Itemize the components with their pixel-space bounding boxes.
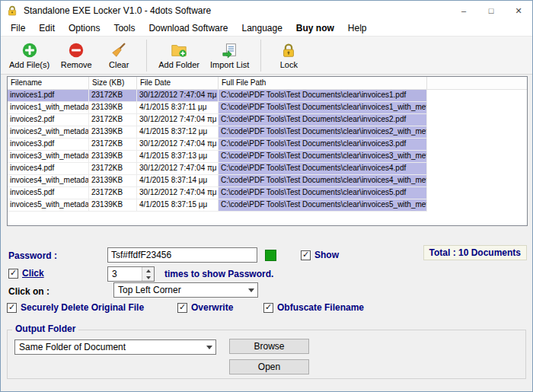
cell-size: 23172KB bbox=[89, 163, 137, 175]
app-icon bbox=[6, 5, 18, 17]
cell-filename: invoices3_with_metadata.pdf bbox=[8, 151, 89, 163]
cell-filename: invoices2.pdf bbox=[8, 114, 89, 126]
click-count-value: 3 bbox=[108, 267, 142, 281]
cell-filename: invoices4_with_metadata.pdf bbox=[8, 175, 89, 187]
spinner-down-button[interactable] bbox=[142, 274, 154, 281]
chevron-down-icon bbox=[244, 283, 257, 297]
table-row[interactable]: invoices2_with_metadata.pdf23139KB4/1/20… bbox=[8, 126, 527, 139]
click-on-label: Click on : bbox=[8, 286, 49, 297]
table-row[interactable]: invoices1_with_metadata.pdf23139KB4/1/20… bbox=[8, 102, 527, 114]
table-row[interactable]: invoices1.pdf23172KB30/12/2012 7:47:04 π… bbox=[8, 90, 527, 102]
titlebar: Standalone EXE Locker V1.0 - 4dots Softw… bbox=[1, 1, 532, 21]
menu-item-options[interactable]: Options bbox=[62, 21, 107, 35]
securely-delete-checkbox[interactable]: Securely Delete Original File bbox=[7, 302, 144, 313]
menu-item-buy-now[interactable]: Buy now bbox=[289, 21, 341, 35]
table-row[interactable]: invoices5_with_metadata.pdf23139KB4/1/20… bbox=[8, 199, 527, 212]
cell-date: 30/12/2012 7:47:04 πμ bbox=[137, 139, 219, 151]
cell-date: 30/12/2012 7:47:04 πμ bbox=[137, 114, 219, 126]
menu-item-tools[interactable]: Tools bbox=[107, 21, 142, 35]
click-on-value: Top Left Corner bbox=[114, 285, 244, 295]
maximize-button[interactable]: □ bbox=[477, 1, 505, 21]
cell-filename: invoices2_with_metadata.pdf bbox=[8, 126, 89, 139]
browse-button[interactable]: Browse bbox=[229, 339, 309, 354]
checkbox-check-icon bbox=[177, 303, 187, 313]
toolbar-button-label: Lock bbox=[280, 60, 298, 69]
table-row[interactable]: invoices3.pdf23172KB30/12/2012 7:47:04 π… bbox=[8, 139, 527, 151]
show-password-checkbox[interactable]: Show bbox=[301, 250, 339, 260]
cell-filename: invoices1.pdf bbox=[8, 90, 89, 102]
menu-item-help[interactable]: Help bbox=[341, 21, 374, 35]
toolbar-separator bbox=[146, 40, 147, 72]
toolbar-button-label: Import List bbox=[210, 60, 249, 69]
table-body: invoices1.pdf23172KB30/12/2012 7:47:04 π… bbox=[8, 90, 527, 212]
remove-button[interactable]: Remove bbox=[55, 38, 97, 72]
column-header-size-kb[interactable]: Size (KB) bbox=[89, 77, 137, 89]
cell-date: 4/1/2015 8:37:15 μμ bbox=[137, 199, 219, 212]
close-button[interactable]: ✕ bbox=[505, 1, 532, 21]
add-files-icon bbox=[21, 42, 38, 59]
table-row[interactable]: invoices4.pdf23172KB30/12/2012 7:47:04 π… bbox=[8, 163, 527, 175]
column-header-file-date[interactable]: File Date bbox=[137, 77, 219, 89]
cell-date: 4/1/2015 8:37:14 μμ bbox=[137, 175, 219, 187]
toolbar-separator bbox=[260, 40, 261, 72]
click-count-spinner[interactable]: 3 bbox=[107, 266, 155, 282]
cell-size: 23172KB bbox=[89, 187, 137, 199]
table-row[interactable]: invoices3_with_metadata.pdf23139KB4/1/20… bbox=[8, 151, 527, 163]
column-header-full-file-path[interactable]: Full File Path bbox=[219, 77, 427, 89]
cell-date: 30/12/2012 7:47:04 πμ bbox=[137, 163, 219, 175]
cell-filename: invoices5_with_metadata.pdf bbox=[8, 199, 89, 212]
cell-filename: invoices3.pdf bbox=[8, 139, 89, 151]
toolbar-button-label: Remove bbox=[61, 60, 92, 69]
total-documents-label: Total : 10 Documents bbox=[423, 245, 527, 260]
import-list-icon bbox=[222, 42, 238, 59]
menu-item-file[interactable]: File bbox=[4, 21, 32, 35]
obfuscate-filename-label: Obfuscate Filename bbox=[277, 302, 364, 313]
spinner-up-button[interactable] bbox=[142, 267, 154, 274]
import-list-button[interactable]: Import List bbox=[205, 38, 254, 72]
cell-size: 23139KB bbox=[89, 199, 137, 212]
click-on-combobox[interactable]: Top Left Corner bbox=[113, 282, 258, 298]
cell-path: C:\code\PDF Tools\Test Documents\clear\i… bbox=[219, 187, 427, 199]
click-label: Click bbox=[22, 268, 44, 279]
cell-path: C:\code\PDF Tools\Test Documents\clear\i… bbox=[219, 102, 427, 114]
password-input[interactable] bbox=[107, 247, 257, 263]
menu-item-language[interactable]: Language bbox=[235, 21, 289, 35]
table-row[interactable]: invoices5.pdf23172KB30/12/2012 7:47:04 π… bbox=[8, 187, 527, 199]
securely-delete-label: Securely Delete Original File bbox=[21, 302, 144, 313]
open-button[interactable]: Open bbox=[229, 359, 309, 374]
add-folder-icon bbox=[171, 42, 187, 59]
window-title: Standalone EXE Locker V1.0 - 4dots Softw… bbox=[24, 5, 211, 16]
cell-path: C:\code\PDF Tools\Test Documents\clear\i… bbox=[219, 163, 427, 175]
cell-size: 23139KB bbox=[89, 175, 137, 187]
lock-button[interactable]: Lock bbox=[267, 38, 310, 72]
cell-path: C:\code\PDF Tools\Test Documents\clear\i… bbox=[219, 114, 427, 126]
output-folder-value: Same Folder of Document bbox=[15, 342, 203, 352]
spinner-buttons bbox=[142, 267, 154, 281]
menu-item-download-software[interactable]: Download Software bbox=[142, 21, 235, 35]
toolbar: Add File(s)RemoveClearAdd FolderImport L… bbox=[1, 36, 532, 75]
cell-size: 23172KB bbox=[89, 114, 137, 126]
toolbar-button-label: Add File(s) bbox=[9, 60, 49, 69]
cell-filename: invoices1_with_metadata.pdf bbox=[8, 102, 89, 114]
column-header-filename[interactable]: Filename bbox=[8, 77, 89, 89]
add-folder-button[interactable]: Add Folder bbox=[153, 38, 205, 72]
clear-icon bbox=[110, 42, 127, 59]
table-header: FilenameSize (KB)File DateFull File Path bbox=[8, 77, 527, 90]
table-row[interactable]: invoices2.pdf23172KB30/12/2012 7:47:04 π… bbox=[8, 114, 527, 126]
cell-size: 23172KB bbox=[89, 90, 137, 102]
minimize-button[interactable]: – bbox=[450, 1, 477, 21]
file-table: FilenameSize (KB)File DateFull File Path… bbox=[7, 76, 528, 226]
cell-size: 23139KB bbox=[89, 102, 137, 114]
click-checkbox[interactable]: Click bbox=[8, 268, 44, 279]
clear-button[interactable]: Clear bbox=[97, 38, 140, 72]
overwrite-checkbox[interactable]: Overwrite bbox=[177, 302, 233, 313]
menu-item-edit[interactable]: Edit bbox=[32, 21, 62, 35]
cell-path: C:\code\PDF Tools\Test Documents\clear\i… bbox=[219, 90, 427, 102]
add-file-s-button[interactable]: Add File(s) bbox=[4, 38, 55, 72]
checkbox-check-icon bbox=[7, 303, 17, 313]
obfuscate-filename-checkbox[interactable]: Obfuscate Filename bbox=[263, 302, 364, 313]
cell-date: 4/1/2015 8:37:13 μμ bbox=[137, 151, 219, 163]
overwrite-label: Overwrite bbox=[191, 302, 233, 313]
output-folder-combobox[interactable]: Same Folder of Document bbox=[14, 339, 216, 355]
table-row[interactable]: invoices4_with_metadata.pdf23139KB4/1/20… bbox=[8, 175, 527, 187]
